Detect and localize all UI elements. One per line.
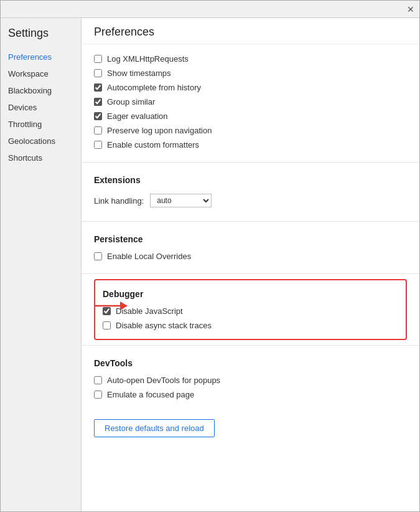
- restore-defaults-button[interactable]: Restore defaults and reload: [94, 419, 215, 437]
- checkbox-preserve-log: Preserve log upon navigation: [94, 123, 407, 138]
- debugger-section: Debugger Disable JavaScript Disable asyn…: [94, 279, 407, 340]
- arrow-svg: [94, 299, 128, 313]
- autocomplete-label: Autocomplete from history: [107, 83, 201, 92]
- main-layout: Settings Preferences Workspace Blackboxi…: [1, 18, 419, 511]
- extensions-section: Extensions Link handling: auto vscode we…: [82, 165, 419, 219]
- settings-window: ✕ Settings Preferences Workspace Blackbo…: [0, 0, 420, 512]
- checkbox-auto-open: Auto-open DevTools for popups: [94, 373, 407, 387]
- persistence-title: Persistence: [94, 234, 407, 244]
- content-scroll[interactable]: Log XMLHttpRequests Show timestamps Auto…: [82, 44, 419, 511]
- sidebar-item-throttling[interactable]: Throttling: [1, 116, 81, 133]
- content-title: Preferences: [94, 26, 407, 39]
- link-handling-select[interactable]: auto vscode webstorm: [150, 194, 212, 207]
- content-area: Preferences Log XMLHttpRequests Show tim…: [82, 18, 419, 511]
- show-timestamps-label: Show timestamps: [107, 69, 171, 78]
- sidebar-item-preferences[interactable]: Preferences: [1, 49, 81, 65]
- debugger-title: Debugger: [103, 289, 398, 299]
- checkbox-custom-formatters: Enable custom formatters: [94, 138, 407, 152]
- show-timestamps-checkbox[interactable]: [94, 69, 102, 77]
- log-xml-label: Log XMLHttpRequests: [107, 54, 189, 64]
- custom-formatters-label: Enable custom formatters: [107, 140, 199, 149]
- sidebar-item-devices[interactable]: Devices: [1, 99, 81, 116]
- eager-eval-label: Eager evaluation: [107, 111, 168, 121]
- eager-eval-checkbox[interactable]: [94, 112, 102, 120]
- autocomplete-checkbox[interactable]: [94, 83, 102, 92]
- link-handling-row: Link handling: auto vscode webstorm: [94, 190, 407, 211]
- auto-open-label: Auto-open DevTools for popups: [107, 376, 220, 385]
- local-overrides-label: Enable Local Overrides: [107, 252, 191, 261]
- divider-2: [82, 221, 419, 222]
- link-handling-label: Link handling:: [94, 196, 144, 206]
- divider-3: [82, 273, 419, 274]
- sidebar-item-workspace[interactable]: Workspace: [1, 65, 81, 82]
- sidebar-title: Settings: [1, 24, 81, 49]
- console-section: Log XMLHttpRequests Show timestamps Auto…: [82, 44, 419, 159]
- sidebar: Settings Preferences Workspace Blackboxi…: [1, 18, 82, 511]
- checkbox-disable-js: Disable JavaScript: [103, 304, 398, 318]
- extensions-title: Extensions: [94, 175, 407, 185]
- log-xml-checkbox[interactable]: [94, 55, 102, 63]
- sidebar-item-shortcuts[interactable]: Shortcuts: [1, 149, 81, 166]
- preserve-log-label: Preserve log upon navigation: [107, 126, 212, 135]
- disable-async-checkbox[interactable]: [103, 321, 111, 329]
- emulate-focused-label: Emulate a focused page: [107, 390, 194, 399]
- devtools-title: DevTools: [94, 358, 407, 368]
- arrow-indicator: [94, 299, 128, 315]
- svg-marker-1: [120, 301, 128, 310]
- checkbox-local-overrides: Enable Local Overrides: [94, 249, 407, 263]
- disable-async-label: Disable async stack traces: [116, 321, 212, 330]
- checkbox-group-similar: Group similar: [94, 95, 407, 109]
- group-similar-checkbox[interactable]: [94, 98, 102, 106]
- persistence-section: Persistence Enable Local Overrides: [82, 224, 419, 271]
- devtools-section: DevTools Auto-open DevTools for popups E…: [82, 348, 419, 409]
- divider-4: [82, 345, 419, 346]
- checkbox-autocomplete: Autocomplete from history: [94, 80, 407, 95]
- divider-1: [82, 162, 419, 163]
- title-bar: ✕: [1, 1, 419, 18]
- auto-open-checkbox[interactable]: [94, 376, 102, 384]
- checkbox-emulate-focused: Emulate a focused page: [94, 387, 407, 402]
- group-similar-label: Group similar: [107, 97, 155, 107]
- sidebar-item-blackboxing[interactable]: Blackboxing: [1, 82, 81, 99]
- preserve-log-checkbox[interactable]: [94, 126, 102, 135]
- debugger-wrapper: Debugger Disable JavaScript Disable asyn…: [82, 279, 419, 340]
- checkbox-show-timestamps: Show timestamps: [94, 66, 407, 80]
- content-header: Preferences: [82, 18, 419, 44]
- checkbox-log-xml: Log XMLHttpRequests: [94, 52, 407, 66]
- sidebar-item-geolocations[interactable]: Geolocations: [1, 133, 81, 149]
- close-button[interactable]: ✕: [406, 4, 416, 14]
- checkbox-eager-eval: Eager evaluation: [94, 109, 407, 123]
- checkbox-disable-async: Disable async stack traces: [103, 318, 398, 333]
- local-overrides-checkbox[interactable]: [94, 252, 102, 260]
- custom-formatters-checkbox[interactable]: [94, 141, 102, 149]
- emulate-focused-checkbox[interactable]: [94, 391, 102, 399]
- bottom-section: Restore defaults and reload: [82, 409, 419, 452]
